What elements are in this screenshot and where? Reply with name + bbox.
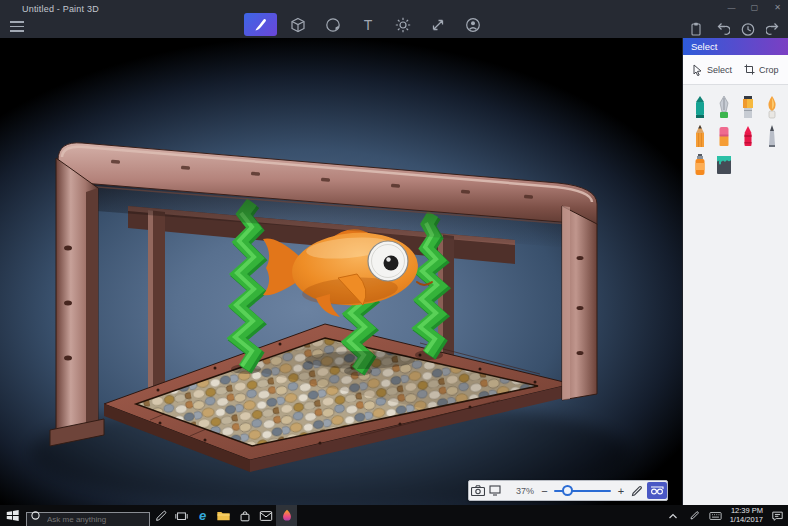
clock-date: 1/14/2017 bbox=[730, 516, 763, 525]
oil-brush-icon bbox=[737, 94, 759, 120]
zoom-out-button[interactable]: − bbox=[538, 485, 552, 497]
brush-tool-button[interactable] bbox=[244, 13, 277, 36]
chevron-up-icon bbox=[668, 512, 678, 520]
history-button[interactable] bbox=[739, 20, 756, 37]
app-header: Untitled - Paint 3D — ▢ ✕ T bbox=[0, 0, 788, 38]
undo-button[interactable] bbox=[713, 20, 730, 37]
edge-button[interactable]: e bbox=[192, 505, 213, 526]
brush-calligraphy-pen[interactable] bbox=[712, 92, 736, 121]
fish-pupil bbox=[384, 256, 399, 271]
stickers-icon bbox=[324, 16, 342, 34]
main-toolbar: T bbox=[244, 13, 487, 36]
zoom-slider[interactable] bbox=[554, 490, 611, 492]
search-input[interactable] bbox=[26, 512, 150, 526]
redo-button[interactable] bbox=[765, 20, 782, 37]
canvas-tool-button[interactable] bbox=[424, 13, 452, 36]
brush-crayon[interactable] bbox=[736, 121, 760, 150]
select-button[interactable]: Select bbox=[692, 64, 732, 76]
minimize-button[interactable]: — bbox=[725, 1, 738, 13]
crayon-icon bbox=[737, 123, 759, 149]
3d-shapes-icon bbox=[289, 16, 307, 34]
3d-glasses-icon bbox=[650, 486, 664, 495]
side-panel: Select Select Crop bbox=[682, 38, 788, 505]
folder-icon bbox=[216, 509, 231, 522]
zoom-frame-icon bbox=[489, 485, 501, 496]
3d-canvas[interactable] bbox=[0, 38, 682, 505]
store-button[interactable] bbox=[234, 505, 255, 526]
panel-header: Select bbox=[683, 38, 788, 55]
hidden-icons-button[interactable] bbox=[663, 505, 684, 526]
watercolor-icon bbox=[761, 94, 783, 120]
fill-bucket-icon bbox=[713, 152, 735, 178]
history-toolbar bbox=[687, 20, 782, 37]
spray-can-icon bbox=[689, 152, 711, 178]
fish-mouth bbox=[417, 282, 432, 285]
3d-shapes-tool-button[interactable] bbox=[284, 13, 312, 36]
canvas-icon bbox=[429, 16, 447, 34]
remix3d-tool-button[interactable] bbox=[459, 13, 487, 36]
taskbar: e 12:39 PM bbox=[0, 505, 788, 526]
effects-tool-button[interactable] bbox=[389, 13, 417, 36]
file-explorer-button[interactable] bbox=[213, 505, 234, 526]
brush-pencil[interactable] bbox=[688, 121, 712, 150]
zoom-percent: 37% bbox=[512, 486, 537, 496]
store-bag-icon bbox=[238, 509, 252, 523]
mail-icon bbox=[259, 510, 273, 522]
windows-logo-icon bbox=[5, 508, 20, 523]
marker-icon bbox=[689, 94, 711, 120]
zoom-to-fit-button[interactable] bbox=[487, 482, 505, 499]
clock[interactable]: 12:39 PM 1/14/2017 bbox=[730, 507, 763, 524]
stickers-tool-button[interactable] bbox=[319, 13, 347, 36]
close-button[interactable]: ✕ bbox=[771, 1, 784, 13]
paste-button[interactable] bbox=[687, 20, 704, 37]
crop-button[interactable]: Crop bbox=[744, 64, 779, 75]
window-controls: — ▢ ✕ bbox=[725, 1, 784, 13]
brush-icon bbox=[252, 16, 270, 34]
task-view-button[interactable] bbox=[171, 505, 192, 526]
maximize-button[interactable]: ▢ bbox=[748, 1, 761, 13]
brush-oil[interactable] bbox=[736, 92, 760, 121]
paste-icon bbox=[688, 21, 704, 37]
redo-icon bbox=[766, 21, 782, 37]
remix3d-icon bbox=[464, 16, 482, 34]
brush-spray-can[interactable] bbox=[688, 150, 712, 179]
system-tray: 12:39 PM 1/14/2017 bbox=[663, 505, 788, 526]
history-icon bbox=[740, 21, 756, 37]
effects-icon bbox=[394, 16, 412, 34]
brush-fill-bucket[interactable] bbox=[712, 150, 736, 179]
action-center-icon bbox=[771, 510, 784, 522]
paint3d-icon bbox=[280, 508, 294, 523]
taskbar-pen-button[interactable] bbox=[150, 505, 171, 526]
keyboard-icon bbox=[709, 511, 722, 521]
brush-grid bbox=[683, 85, 788, 179]
2d-pencil-icon bbox=[631, 485, 643, 497]
crop-icon bbox=[744, 64, 755, 75]
brush-marker[interactable] bbox=[688, 92, 712, 121]
2d-edit-button[interactable] bbox=[628, 482, 646, 499]
zoom-bar: 37% − + bbox=[468, 480, 668, 501]
zoom-in-button[interactable]: + bbox=[614, 485, 628, 497]
cortana-search-box[interactable] bbox=[26, 508, 150, 523]
paint3d-taskbar-button[interactable] bbox=[276, 505, 297, 526]
brush-eraser[interactable] bbox=[712, 121, 736, 150]
undo-icon bbox=[714, 21, 730, 37]
touch-keyboard-button[interactable] bbox=[705, 505, 726, 526]
eraser-icon bbox=[713, 123, 735, 149]
tray-pen-button[interactable] bbox=[684, 505, 705, 526]
mail-button[interactable] bbox=[255, 505, 276, 526]
brush-pixel-pen[interactable] bbox=[760, 121, 784, 150]
pixel-pen-icon bbox=[761, 123, 783, 149]
cursor-icon bbox=[692, 64, 703, 76]
brush-watercolor[interactable] bbox=[760, 92, 784, 121]
mixed-reality-button[interactable] bbox=[469, 482, 487, 499]
zoom-slider-thumb[interactable] bbox=[562, 485, 573, 496]
text-tool-button[interactable]: T bbox=[354, 13, 382, 36]
panel-action-row: Select Crop bbox=[683, 55, 788, 85]
action-center-button[interactable] bbox=[767, 505, 788, 526]
window-title: Untitled - Paint 3D bbox=[22, 4, 99, 14]
3d-view-button[interactable] bbox=[647, 482, 667, 499]
text-icon: T bbox=[364, 18, 373, 32]
start-button[interactable] bbox=[0, 505, 24, 526]
menu-button[interactable] bbox=[10, 21, 24, 32]
pencil-icon bbox=[689, 123, 711, 149]
